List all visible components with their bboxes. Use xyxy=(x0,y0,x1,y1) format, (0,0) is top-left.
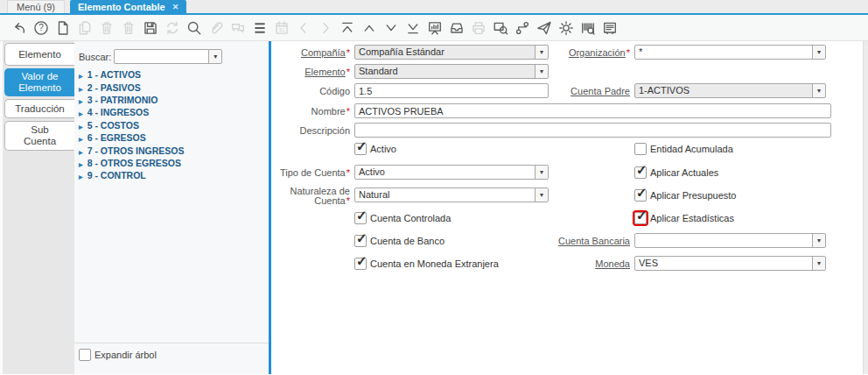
save-icon[interactable] xyxy=(143,20,158,36)
tree-item-list: 1 - ACTIVOS2 - PASIVOS3 - PATRIMONIO4 - … xyxy=(79,68,184,182)
expand-triangle-icon[interactable] xyxy=(79,120,83,131)
chevron-down-icon[interactable] xyxy=(812,257,825,270)
expand-triangle-icon[interactable] xyxy=(79,132,83,143)
tree-item[interactable]: 2 - PASIVOS xyxy=(79,81,184,93)
cuenta-de-banco-checkbox[interactable]: Cuenta de Banco xyxy=(354,234,444,247)
chevron-down-icon[interactable] xyxy=(535,166,548,179)
entidad-acumulada-checkbox[interactable]: Entidad Acumulada xyxy=(634,142,733,155)
toolbar: ?31 xyxy=(0,15,868,41)
find-icon[interactable] xyxy=(186,20,202,36)
cuenta-en-moneda-extranjera-checkbox[interactable]: Cuenta en Moneda Extranjera xyxy=(354,257,499,270)
first-record-icon[interactable] xyxy=(340,20,355,36)
tree-item-label: 9 - CONTROL xyxy=(88,170,146,180)
next-record-icon[interactable] xyxy=(383,20,399,36)
naturaleza-de-cuenta-combobox[interactable]: Natural xyxy=(354,188,549,202)
undo-icon[interactable] xyxy=(11,20,27,36)
checkbox-box[interactable] xyxy=(634,166,647,179)
menu-tab[interactable]: Menú (9) xyxy=(7,0,65,13)
aplicar-actuales-checkbox[interactable]: Aplicar Actuales xyxy=(634,166,718,179)
codigo-input[interactable] xyxy=(354,83,549,98)
expandir-arbol-checkbox[interactable]: Expandir árbol xyxy=(79,348,157,361)
delete-record-icon xyxy=(99,20,115,36)
expand-triangle-icon[interactable] xyxy=(79,69,83,80)
chat-icon xyxy=(230,20,246,36)
chevron-down-icon[interactable] xyxy=(535,188,548,202)
tipo-de-cuenta-combobox[interactable]: Activo xyxy=(354,165,549,180)
barcode-scan-icon[interactable] xyxy=(580,20,596,36)
naturaleza-de-cuenta-label: Naturaleza de Cuenta* xyxy=(276,187,350,206)
tab-elemento[interactable]: Elemento xyxy=(4,43,74,66)
aplicar-estadisticas-checkbox[interactable]: Aplicar Estadísticas xyxy=(634,211,734,224)
archive-icon[interactable] xyxy=(449,20,465,36)
aplicar-presupuesto-checkbox[interactable]: Aplicar Presupuesto xyxy=(634,188,736,202)
attachment-icon xyxy=(208,20,224,36)
moneda-combobox[interactable]: VES xyxy=(634,256,826,271)
compania-combobox[interactable]: Compañía Estándar xyxy=(354,45,549,60)
calendar-icon: 31 xyxy=(274,20,290,36)
preferences-icon[interactable] xyxy=(558,20,574,36)
tree-item[interactable]: 6 - EGRESOS xyxy=(79,131,184,144)
tree-item[interactable]: 9 - CONTROL xyxy=(79,169,184,181)
checkbox-box[interactable] xyxy=(634,212,647,224)
expand-triangle-icon[interactable] xyxy=(79,95,83,105)
search-combobox[interactable] xyxy=(114,49,222,64)
cuenta-bancaria-combobox[interactable] xyxy=(634,233,826,248)
tab-traduccion[interactable]: Traducción xyxy=(4,99,74,118)
close-icon[interactable]: ✕ xyxy=(172,3,179,11)
tipo-de-cuenta-label: Tipo de Cuenta* xyxy=(276,166,350,180)
chevron-down-icon[interactable] xyxy=(208,50,221,63)
chevron-down-icon[interactable] xyxy=(812,84,825,97)
elemento-contable-tab[interactable]: Elemento Contable ✕ xyxy=(70,0,186,13)
tree-item[interactable]: 8 - OTROS EGRESOS xyxy=(79,157,184,169)
tree-item[interactable]: 5 - COSTOS xyxy=(79,119,184,131)
chevron-down-icon[interactable] xyxy=(812,234,825,247)
zoom-across-icon[interactable] xyxy=(493,20,508,36)
tree-item[interactable]: 7 - OTROS INGRESOS xyxy=(79,144,184,156)
last-record-icon[interactable] xyxy=(405,20,421,36)
new-record-icon[interactable] xyxy=(55,20,71,36)
cuenta-controlada-checkbox[interactable]: Cuenta Controlada xyxy=(354,211,451,224)
cuenta-padre-combobox[interactable]: 1-ACTIVOS xyxy=(634,83,826,98)
cuenta-padre-label[interactable]: Cuenta Padre xyxy=(546,84,630,99)
menu-lines-icon[interactable] xyxy=(252,20,268,36)
checkbox-box[interactable] xyxy=(634,143,647,155)
chevron-down-icon[interactable] xyxy=(535,65,548,78)
expand-triangle-icon[interactable] xyxy=(79,158,83,168)
elemento-label[interactable]: Elemento* xyxy=(276,65,350,80)
search-label: Buscar: xyxy=(79,52,111,62)
cuenta-bancaria-label[interactable]: Cuenta Bancaria xyxy=(546,234,630,249)
send-request-icon[interactable] xyxy=(536,20,552,36)
checkbox-box[interactable] xyxy=(354,258,367,270)
tab-sub-cuenta[interactable]: SubCuenta xyxy=(4,121,74,151)
expand-triangle-icon[interactable] xyxy=(79,107,83,117)
activo-checkbox[interactable]: Activo xyxy=(354,142,396,155)
chevron-down-icon[interactable] xyxy=(812,46,825,59)
tree-item[interactable]: 1 - ACTIVOS xyxy=(79,68,184,81)
nombre-input[interactable] xyxy=(354,103,831,118)
organizacion-combobox[interactable]: * xyxy=(634,45,826,60)
tree-item[interactable]: 4 - INGRESOS xyxy=(79,106,184,118)
checkbox-box[interactable] xyxy=(79,349,91,361)
report-icon[interactable] xyxy=(427,20,443,36)
copy-record-icon xyxy=(77,20,93,36)
organizacion-label[interactable]: Organización* xyxy=(546,46,630,60)
compania-label[interactable]: Compañía* xyxy=(276,46,350,60)
tab-valor-de-elemento[interactable]: Valor deElemento xyxy=(4,68,74,96)
expand-triangle-icon[interactable] xyxy=(79,145,83,156)
checkbox-box[interactable] xyxy=(354,235,367,247)
window-log-icon[interactable] xyxy=(602,20,618,36)
workflow-icon[interactable] xyxy=(514,20,530,36)
checkbox-box[interactable] xyxy=(354,212,367,224)
tree-item[interactable]: 3 - PATRIMONIO xyxy=(79,94,184,106)
moneda-label[interactable]: Moneda xyxy=(546,257,630,272)
checkbox-box[interactable] xyxy=(354,143,367,155)
descripcion-input[interactable] xyxy=(354,123,831,138)
help-icon[interactable]: ? xyxy=(33,20,49,36)
vertical-scrollbar[interactable] xyxy=(863,41,868,374)
elemento-combobox[interactable]: Standard xyxy=(354,64,549,79)
previous-record-icon[interactable] xyxy=(361,20,377,36)
side-tab-strip: ElementoValor deElementoTraducciónSubCue… xyxy=(0,41,74,374)
expand-triangle-icon[interactable] xyxy=(79,82,83,93)
checkbox-box[interactable] xyxy=(634,189,647,202)
expand-triangle-icon[interactable] xyxy=(79,170,83,180)
